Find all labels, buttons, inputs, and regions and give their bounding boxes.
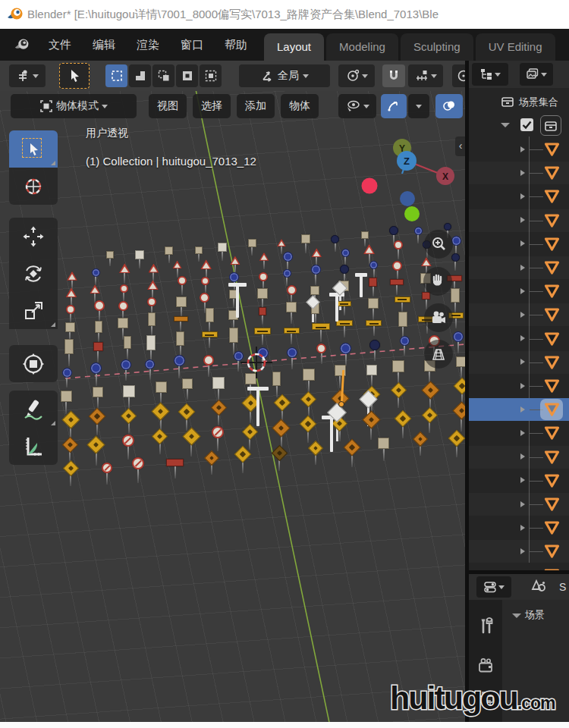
expand-arrow-icon[interactable] <box>520 430 525 436</box>
expand-arrow-icon[interactable] <box>520 240 525 246</box>
select-mode-intersect-button[interactable] <box>200 64 222 87</box>
gizmo-options-dropdown[interactable] <box>408 94 429 118</box>
collection-checkbox[interactable] <box>520 118 533 131</box>
select-mode-set-button[interactable] <box>105 64 127 87</box>
sign-pole <box>286 276 288 286</box>
toolbar-measure-tool[interactable] <box>9 428 58 465</box>
workspace-tab-layout[interactable]: Layout <box>264 33 324 61</box>
outliner-object-row[interactable] <box>469 256 569 279</box>
collection-expand-arrow[interactable] <box>501 123 510 127</box>
outliner-object-row[interactable] <box>469 493 569 516</box>
toolbar-move-tool[interactable] <box>9 218 58 255</box>
collection-row[interactable] <box>469 114 569 136</box>
gizmo-z-neg-axis[interactable] <box>400 191 415 206</box>
show-overlays-toggle[interactable] <box>435 94 463 118</box>
object-visibility-dropdown[interactable] <box>338 94 376 118</box>
snap-toggle-button[interactable] <box>382 64 405 87</box>
outliner-object-row[interactable] <box>469 540 569 563</box>
expand-arrow-icon[interactable] <box>520 335 525 341</box>
expand-arrow-icon[interactable] <box>520 193 525 199</box>
outliner-display-mode-dropdown[interactable] <box>520 63 553 86</box>
outliner-editor-type-dropdown[interactable] <box>472 63 508 86</box>
outliner-object-row[interactable] <box>469 516 569 539</box>
outliner-object-row[interactable] <box>469 303 569 326</box>
outliner-object-row[interactable] <box>469 446 569 469</box>
axes-icon <box>260 69 274 83</box>
toolbar-scale-tool[interactable] <box>9 292 58 329</box>
tab-render-properties[interactable] <box>472 651 501 680</box>
properties-editor-type-dropdown[interactable] <box>476 576 511 598</box>
gizmo-y-neg-axis[interactable] <box>404 206 420 221</box>
menu-item-0[interactable]: 文件 <box>38 29 82 61</box>
outliner-object-row[interactable] <box>469 162 569 184</box>
menu-item-2[interactable]: 渲染 <box>126 29 170 61</box>
outliner-object-row[interactable] <box>469 138 569 161</box>
expand-arrow-icon[interactable] <box>520 453 525 460</box>
expand-arrow-icon[interactable] <box>520 265 525 271</box>
viewport-menu-1[interactable]: 选择 <box>193 94 231 118</box>
workspace-tab-modeling[interactable]: Modeling <box>326 33 398 61</box>
editor-divider[interactable] <box>465 61 469 728</box>
expand-arrow-icon[interactable] <box>520 217 525 223</box>
viewport-menu-0[interactable]: 视图 <box>149 94 187 118</box>
menu-item-4[interactable]: 帮助 <box>214 29 258 61</box>
select-mode-subtract-button[interactable] <box>152 64 174 87</box>
toolbar-cursor-tool[interactable] <box>9 168 58 205</box>
transform-orientation-dropdown[interactable]: 全局 <box>239 64 330 87</box>
viewport-menu-2[interactable]: 添加 <box>237 94 275 118</box>
toolbar-rotate-tool[interactable] <box>9 255 58 292</box>
pivot-point-dropdown[interactable] <box>338 64 375 87</box>
toolbar-transform-tool[interactable] <box>9 345 58 382</box>
traffic-sign <box>195 246 203 254</box>
outliner-object-row[interactable] <box>469 398 569 421</box>
expand-arrow-icon[interactable] <box>520 477 525 483</box>
select-mode-invert-button[interactable] <box>176 64 198 87</box>
expand-arrow-icon[interactable] <box>520 170 525 176</box>
outliner-object-row[interactable] <box>469 280 569 303</box>
workspace-tab-sculpting[interactable]: Sculpting <box>401 33 473 61</box>
blender-logo-mini-icon[interactable] <box>14 36 30 53</box>
expand-arrow-icon[interactable] <box>520 501 525 507</box>
snap-with-dropdown[interactable] <box>408 64 443 87</box>
zoom-button[interactable] <box>424 230 453 259</box>
outliner-object-row[interactable] <box>469 469 569 492</box>
scene-collection-row[interactable]: 场景集合 <box>469 91 569 112</box>
mode-dropdown[interactable]: 物体模式 <box>11 94 137 118</box>
active-tool-dropdown[interactable] <box>9 64 46 87</box>
camera-view-button[interactable] <box>424 303 453 332</box>
show-gizmo-toggle[interactable] <box>381 94 407 118</box>
select-mode-extend-button[interactable] <box>129 64 151 87</box>
menu-item-1[interactable]: 编辑 <box>82 29 126 61</box>
outliner-object-row[interactable] <box>469 233 569 256</box>
navigation-gizmo[interactable]: Y Z X <box>349 125 459 228</box>
outliner-object-row[interactable] <box>469 375 569 397</box>
outliner-object-row[interactable] <box>469 351 569 374</box>
outliner-object-row[interactable] <box>469 209 569 232</box>
active-tool-button-select-box[interactable] <box>59 63 90 89</box>
sidebar-collapse-arrow[interactable]: ‹ <box>455 136 465 156</box>
outliner-object-row[interactable] <box>469 185 569 208</box>
toolbar-annotate-tool[interactable] <box>9 391 58 428</box>
expand-arrow-icon[interactable] <box>520 406 525 413</box>
toolbar-select-box-tool[interactable] <box>9 130 58 168</box>
outliner-object-row[interactable] <box>469 328 569 350</box>
viewport-menu-3[interactable]: 物体 <box>281 94 319 118</box>
expand-arrow-icon[interactable] <box>520 359 525 365</box>
traffic-sign <box>212 377 225 389</box>
expand-arrow-icon[interactable] <box>520 383 525 389</box>
scene-panel-expand-arrow[interactable] <box>512 613 521 618</box>
expand-arrow-icon[interactable] <box>520 525 525 531</box>
viewport-canvas[interactable]: 物体模式 视图选择添加物体 <box>0 91 465 728</box>
expand-arrow-icon[interactable] <box>520 146 525 152</box>
expand-arrow-icon[interactable] <box>520 312 525 318</box>
menu-item-3[interactable]: 窗口 <box>170 29 214 61</box>
expand-arrow-icon[interactable] <box>520 288 525 294</box>
pan-button[interactable] <box>423 267 452 296</box>
tab-tool-properties[interactable] <box>472 612 501 641</box>
expand-arrow-icon[interactable] <box>520 548 525 554</box>
gizmo-x-neg-axis[interactable] <box>362 178 378 194</box>
perspective-toggle-button[interactable] <box>424 340 453 369</box>
outliner-object-row[interactable] <box>469 422 569 444</box>
workspace-tab-uv-editing[interactable]: UV Editing <box>476 33 555 61</box>
sign-pole <box>66 376 68 388</box>
